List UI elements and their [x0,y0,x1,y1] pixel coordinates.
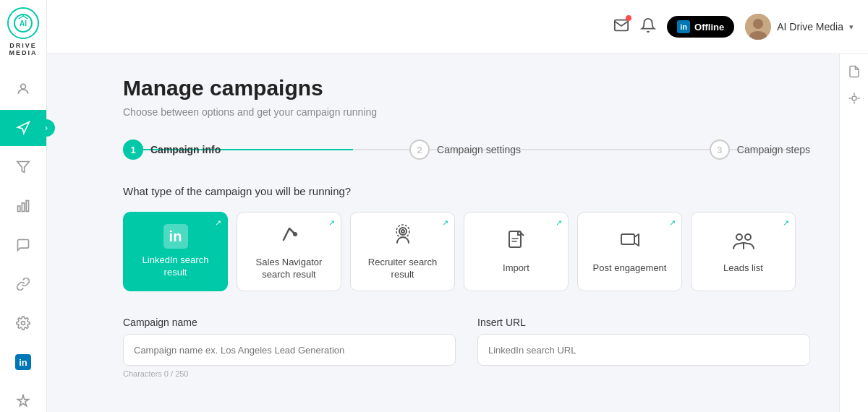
sales-nav-card-label: Sales Navigator search result [244,257,333,281]
leads-list-external-icon: ↗ [783,218,789,228]
import-external-icon: ↗ [556,218,562,228]
step-line-1 [221,149,409,150]
campaign-type-question: What type of the campaign you will be ru… [123,185,810,197]
sidebar-item-analytics[interactable] [0,188,46,224]
sidebar-nav: › in [0,64,46,412]
svg-point-21 [745,234,751,240]
sidebar-item-campaign[interactable]: › [0,110,46,146]
svg-line-2 [19,16,23,19]
svg-rect-7 [18,206,20,212]
svg-point-12 [753,19,763,29]
post-engagement-card-label: Post engagement [593,262,667,275]
email-notification-dot [626,15,631,21]
right-toolbar [839,54,868,412]
linkedin-card-icon: in [163,224,188,249]
svg-marker-6 [17,162,30,173]
email-icon[interactable] [613,17,629,37]
campaign-type-linkedin[interactable]: ↗ in LinkedIn search result [123,212,228,291]
step-1[interactable]: 1 Campaign info [123,140,221,160]
svg-line-3 [23,16,27,19]
campaign-form-row: Campaign name Characters 0 / 250 Insert … [123,317,810,378]
step-2-label: Campaign settings [437,144,521,155]
insert-url-input[interactable] [477,334,810,366]
recruiter-card-icon [391,223,414,251]
sales-nav-card-icon [278,223,301,251]
svg-text:AI: AI [20,20,27,27]
logo-icon: AI [7,7,39,39]
post-engagement-external-icon: ↗ [669,218,676,228]
page-title: Manage campaigns [123,76,810,100]
sidebar-expand-button[interactable]: › [38,119,55,137]
sidebar-item-settings[interactable] [0,305,46,341]
svg-point-5 [21,84,26,89]
header: in Offline AI Drive Media ▾ [47,0,868,54]
step-2[interactable]: 2 Campaign settings [409,140,521,160]
sidebar-logo: AI DRIVEMEDIA [0,0,47,64]
recruiter-external-icon: ↗ [442,218,448,228]
step-3[interactable]: 3 Campaign steps [710,140,810,160]
step-line-2 [521,149,710,150]
stepper: 1 Campaign info 2 Campaign settings 3 Ca… [123,140,810,160]
linkedin-card-label: LinkedIn search result [131,254,220,279]
svg-point-17 [396,225,409,238]
recruiter-card-label: Recruiter search result [358,257,447,281]
campaign-type-sales-nav[interactable]: ↗ Sales Navigator search result [237,212,341,291]
sidebar-item-filter[interactable] [0,149,46,185]
step-3-circle: 3 [710,140,730,160]
leads-list-card-icon [732,228,755,257]
step-1-circle: 1 [123,140,143,160]
step-3-label: Campaign steps [737,144,810,155]
user-dropdown-arrow: ▾ [849,22,854,32]
sidebar-item-messages[interactable] [0,227,46,263]
user-name: AI Drive Media [777,21,843,33]
linkedin-status-badge[interactable]: in Offline [667,16,734,38]
svg-point-14 [293,232,297,236]
step-2-circle: 2 [409,140,430,160]
campaign-name-input[interactable] [123,334,456,366]
stepper-inner: 1 Campaign info 2 Campaign settings 3 Ca… [123,140,810,160]
svg-point-20 [736,234,742,240]
import-card-label: Import [503,262,529,275]
avatar [745,14,771,40]
svg-point-26 [852,96,856,100]
campaign-type-import[interactable]: ↗ Import [464,212,569,291]
campaign-name-group: Campaign name Characters 0 / 250 [123,317,456,378]
campaign-type-leads-list[interactable]: ↗ Leads list [691,212,796,291]
user-profile[interactable]: AI Drive Media ▾ [745,14,854,40]
step-1-label: Campaign info [150,144,221,155]
sidebar-item-user[interactable] [0,71,46,107]
svg-point-16 [401,230,404,233]
campaign-type-cards: ↗ in LinkedIn search result ↗ Sales Navi… [123,212,810,291]
campaign-name-hint: Characters 0 / 250 [123,369,456,378]
linkedin-external-icon: ↗ [215,218,221,228]
svg-point-10 [22,322,25,325]
logo-text: DRIVEMEDIA [9,42,38,56]
main-content: Manage campaigns Choose between options … [94,54,839,412]
right-toolbar-doc-icon[interactable] [848,65,861,81]
campaign-type-post-engagement[interactable]: ↗ Post engagement [577,212,682,291]
sidebar-item-linkedin[interactable]: in [0,344,46,380]
sidebar: AI DRIVEMEDIA › [0,0,47,412]
sidebar-item-sparkle[interactable] [0,383,46,412]
insert-url-label: Insert URL [477,317,810,328]
svg-rect-9 [26,201,28,212]
post-engagement-card-icon [618,228,642,257]
sidebar-item-links[interactable] [0,266,46,302]
svg-rect-18 [509,231,521,247]
page-subtitle: Choose between options and get your camp… [123,106,810,118]
insert-url-group: Insert URL [477,317,810,378]
sales-nav-external-icon: ↗ [328,218,335,228]
bell-icon[interactable] [640,17,656,37]
linkedin-badge-icon: in [677,20,690,33]
campaign-name-label: Campaign name [123,317,456,328]
svg-rect-8 [22,203,24,212]
leads-list-card-label: Leads list [723,262,763,275]
svg-rect-19 [621,234,634,244]
svg-point-15 [399,228,407,235]
linkedin-status-label: Offline [694,22,724,33]
import-card-icon [505,228,528,257]
campaign-type-recruiter[interactable]: ↗ Recruiter search result [350,212,455,291]
right-toolbar-crosshair-icon[interactable] [848,92,861,108]
